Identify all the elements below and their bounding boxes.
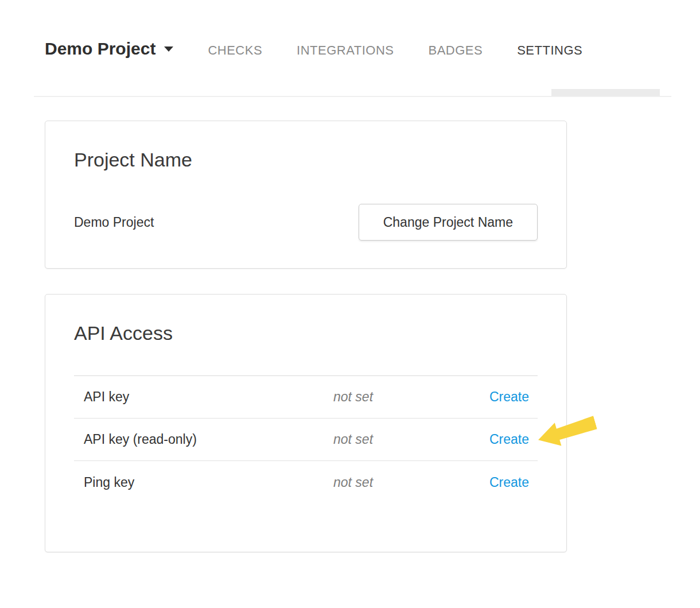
nav-tabs: CHECKS INTEGRATIONS BADGES SETTINGS <box>208 43 582 58</box>
tab-badges[interactable]: BADGES <box>428 43 483 58</box>
api-key-readonly-label: API key (read-only) <box>74 432 333 447</box>
ping-key-value: not set <box>333 475 481 490</box>
ping-key-row: Ping key not set Create <box>74 461 538 504</box>
header-divider <box>34 96 671 97</box>
create-ping-key-link[interactable]: Create <box>489 475 529 490</box>
api-access-card-title: API Access <box>74 321 173 345</box>
api-key-readonly-row: API key (read-only) not set Create <box>74 419 538 461</box>
create-api-key-link[interactable]: Create <box>489 389 529 404</box>
project-name-row: Demo Project Change Project Name <box>74 204 538 241</box>
tab-checks[interactable]: CHECKS <box>208 43 262 58</box>
api-key-value: not set <box>333 389 481 405</box>
change-project-name-button[interactable]: Change Project Name <box>359 204 538 241</box>
project-name-card-title: Project Name <box>74 148 192 172</box>
caret-down-icon <box>164 47 173 52</box>
create-readonly-api-key-link[interactable]: Create <box>489 432 529 447</box>
api-access-card: API Access API key not set Create API ke… <box>45 294 567 552</box>
api-key-row: API key not set Create <box>74 376 538 419</box>
api-key-label: API key <box>74 389 333 405</box>
project-title: Demo Project <box>45 38 155 60</box>
tab-settings[interactable]: SETTINGS <box>517 43 582 58</box>
settings-page: Demo Project CHECKS INTEGRATIONS BADGES … <box>0 0 700 608</box>
tab-integrations[interactable]: INTEGRATIONS <box>297 43 394 58</box>
api-keys-table: API key not set Create API key (read-onl… <box>74 375 538 504</box>
ping-key-label: Ping key <box>74 475 333 490</box>
api-key-readonly-value: not set <box>333 432 481 447</box>
project-name-card: Project Name Demo Project Change Project… <box>45 121 567 269</box>
project-switcher[interactable]: Demo Project <box>45 38 173 60</box>
top-navigation: Demo Project CHECKS INTEGRATIONS BADGES … <box>45 38 582 60</box>
project-name-value: Demo Project <box>74 215 154 230</box>
